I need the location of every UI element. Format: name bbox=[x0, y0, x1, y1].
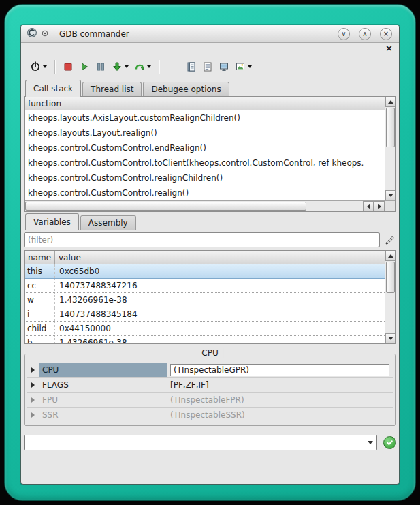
cpu-row[interactable]: FLAGS [PF,ZF,IF] bbox=[27, 378, 393, 393]
filter-input[interactable] bbox=[24, 232, 380, 247]
scrollbar-thumb[interactable] bbox=[386, 262, 395, 293]
triangle-up-icon bbox=[388, 254, 393, 258]
expand-button[interactable] bbox=[27, 408, 39, 423]
variable-row[interactable]: cc 140737488347216 bbox=[25, 279, 385, 293]
column-header-function[interactable]: function bbox=[25, 97, 65, 110]
gdb-commander-window: GDB commander ∨ ∧ × × bbox=[20, 25, 400, 485]
cpu-row-disabled[interactable]: SSR (TInspectableSSR) bbox=[27, 408, 393, 423]
scroll-up-button[interactable] bbox=[385, 251, 395, 261]
variable-row[interactable]: i 140737488345184 bbox=[25, 307, 385, 322]
chevron-down-icon bbox=[248, 65, 252, 68]
column-header-value[interactable]: value bbox=[55, 251, 385, 264]
scroll-down-button[interactable] bbox=[385, 190, 395, 200]
pause-button[interactable] bbox=[93, 58, 108, 76]
callstack-row[interactable]: kheops.control.CustomControl.realignChil… bbox=[25, 170, 385, 185]
step-over-button[interactable] bbox=[132, 58, 153, 76]
chevron-down-icon[interactable] bbox=[364, 441, 376, 444]
expand-button[interactable] bbox=[27, 363, 39, 377]
variables-tabbar: Variables Assembly bbox=[21, 212, 399, 230]
pause-icon bbox=[95, 61, 106, 72]
step-into-button[interactable] bbox=[110, 58, 131, 76]
horizontal-scrollbar[interactable] bbox=[25, 200, 385, 211]
groupbox-title: CPU bbox=[196, 348, 223, 358]
image-icon bbox=[235, 61, 246, 72]
tab-call-stack[interactable]: Call stack bbox=[25, 80, 81, 97]
monitor-button[interactable] bbox=[216, 58, 231, 76]
stop-icon bbox=[63, 61, 74, 72]
documents-button[interactable] bbox=[184, 58, 199, 76]
gdb-command-input[interactable] bbox=[25, 435, 364, 450]
value-editor[interactable]: (TInspectableGPR) bbox=[170, 364, 389, 376]
callstack-row[interactable]: kheops.control.CustomControl.realign() bbox=[25, 185, 385, 200]
callstack-row[interactable]: kheops.layouts.Layout.realign() bbox=[25, 125, 385, 140]
scrollbar-thumb[interactable] bbox=[386, 108, 395, 147]
tab-assembly[interactable]: Assembly bbox=[80, 215, 136, 230]
triangle-down-icon bbox=[388, 194, 393, 197]
variable-row[interactable]: b 1.43266961e-38 bbox=[25, 336, 385, 343]
scrollbar-track[interactable] bbox=[385, 148, 395, 190]
send-command-button[interactable] bbox=[383, 436, 396, 449]
pin-icon[interactable] bbox=[42, 29, 48, 39]
vertical-scrollbar[interactable] bbox=[385, 97, 395, 200]
cpu-row-disabled[interactable]: FPU (TInspectableFPR) bbox=[27, 393, 393, 408]
window-title: GDB commander bbox=[59, 29, 129, 39]
pencil-icon[interactable] bbox=[384, 235, 395, 245]
power-icon bbox=[30, 61, 41, 72]
triangle-left-icon bbox=[367, 204, 370, 209]
shade-button[interactable]: ∨ bbox=[338, 28, 350, 40]
filter-row bbox=[24, 232, 395, 247]
gdb-command-combobox[interactable] bbox=[24, 435, 377, 450]
callstack-row[interactable]: kheops.control.CustomControl.toClient(kh… bbox=[25, 155, 385, 170]
variable-row-selected[interactable]: this 0xc65db0 bbox=[25, 264, 385, 279]
run-button[interactable] bbox=[77, 58, 92, 76]
expand-button[interactable] bbox=[27, 378, 39, 392]
chevron-down-icon bbox=[43, 65, 47, 68]
callstack-header-row: function bbox=[25, 97, 385, 110]
image-button[interactable] bbox=[233, 58, 254, 76]
variable-row[interactable]: child 0x44150000 bbox=[25, 322, 385, 336]
close-button[interactable]: × bbox=[380, 28, 392, 40]
list-button[interactable] bbox=[200, 58, 215, 76]
triangle-right-icon bbox=[378, 204, 381, 209]
scroll-right-button[interactable] bbox=[374, 201, 385, 211]
column-header-name[interactable]: name bbox=[25, 251, 55, 264]
callstack-row[interactable]: kheops.control.CustomControl.endRealign(… bbox=[25, 140, 385, 155]
power-button[interactable] bbox=[28, 58, 49, 76]
app-icon[interactable] bbox=[27, 27, 37, 40]
stop-button[interactable] bbox=[61, 58, 76, 76]
scroll-down-button[interactable] bbox=[385, 333, 395, 343]
scroll-left-button[interactable] bbox=[363, 201, 374, 211]
variables-table: name value this 0xc65db0 cc 140737488347… bbox=[25, 251, 385, 343]
call-stack-panel: function kheops.layouts.AxisLayout.custo… bbox=[24, 96, 396, 212]
run-icon bbox=[79, 61, 90, 72]
toolbar-separator bbox=[159, 60, 159, 74]
dock-close-button[interactable]: × bbox=[385, 43, 393, 53]
check-icon bbox=[386, 439, 393, 446]
variable-row[interactable]: w 1.43266961e-38 bbox=[25, 293, 385, 307]
titlebar[interactable]: GDB commander ∨ ∧ × bbox=[21, 25, 399, 43]
triangle-right-icon bbox=[31, 412, 35, 418]
chevron-down-icon bbox=[147, 65, 151, 68]
scrollbar-corner bbox=[385, 200, 395, 211]
call-stack-table: function kheops.layouts.AxisLayout.custo… bbox=[25, 97, 385, 200]
scrollbar-track[interactable] bbox=[307, 201, 363, 211]
triangle-down-icon bbox=[368, 441, 373, 444]
documents-icon bbox=[186, 61, 197, 72]
vertical-scrollbar[interactable] bbox=[385, 251, 395, 343]
cpu-row-selected[interactable]: CPU (TInspectableGPR) bbox=[27, 363, 393, 378]
dock-titlebar: × bbox=[21, 43, 399, 55]
callstack-row[interactable]: kheops.layouts.AxisLayout.customRealignC… bbox=[25, 110, 385, 125]
window-filler bbox=[21, 450, 399, 484]
tab-variables[interactable]: Variables bbox=[25, 213, 79, 230]
triangle-down-icon bbox=[388, 337, 393, 340]
scroll-up-button[interactable] bbox=[385, 97, 395, 107]
expand-button[interactable] bbox=[27, 393, 39, 407]
callstack-tabbar: Call stack Thread list Debugee options bbox=[21, 78, 399, 96]
cpu-inspector-group: CPU CPU (TInspectableGPR) FLAGS [PF,ZF,I… bbox=[24, 354, 396, 426]
tab-thread-list[interactable]: Thread list bbox=[82, 82, 142, 96]
maximize-button[interactable]: ∧ bbox=[359, 28, 371, 40]
scrollbar-track[interactable] bbox=[385, 294, 395, 333]
debug-toolbar bbox=[21, 55, 399, 78]
scrollbar-thumb[interactable] bbox=[25, 202, 306, 211]
tab-debugee-options[interactable]: Debugee options bbox=[143, 82, 229, 96]
